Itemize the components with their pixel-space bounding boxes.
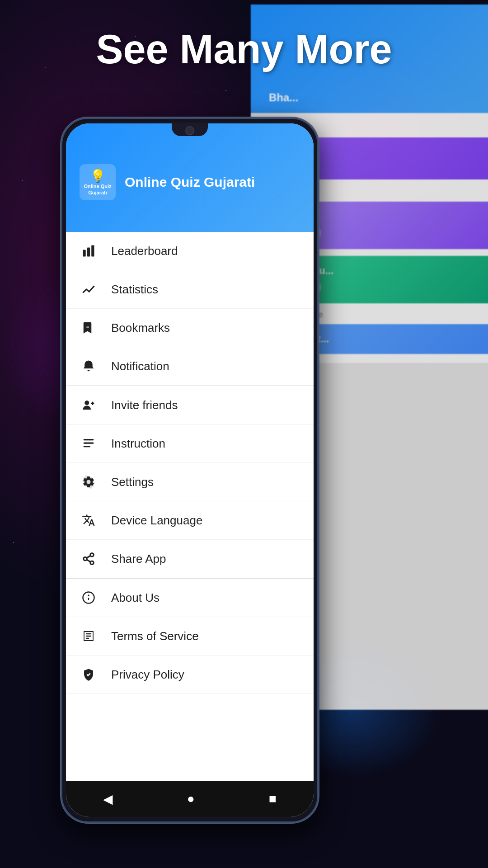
svg-rect-10 [84,446,90,447]
svg-rect-8 [84,439,94,440]
phone-screen: 💡 Online QuizGujarati Online Quiz Gujara… [66,123,314,817]
bookmarks-label: Bookmarks [111,321,170,335]
svg-rect-9 [84,443,94,444]
share-icon [80,550,98,568]
leaderboard-icon [80,242,98,260]
svg-point-5 [84,401,89,405]
recent-button[interactable]: ■ [269,792,277,806]
menu-item-invite[interactable]: Invite friends [66,386,314,425]
menu-item-statistics[interactable]: Statistics [66,270,314,309]
privacy-label: Privacy Policy [111,668,184,682]
svg-rect-21 [86,638,89,639]
settings-icon [80,473,98,491]
app-logo: 💡 Online QuizGujarati [80,164,116,200]
camera [185,126,194,135]
menu-item-instruction[interactable]: Instruction [66,425,314,463]
leaderboard-label: Leaderboard [111,244,178,258]
share-label: Share App [111,552,166,566]
app-title: Online Quiz Gujarati [125,174,255,190]
terms-label: Terms of Service [111,629,199,643]
nav-bar: ◀ ● ■ [66,781,314,817]
invite-icon [80,396,98,414]
svg-rect-3 [86,325,91,326]
statistics-label: Statistics [111,283,158,297]
svg-point-11 [90,553,94,557]
phone-frame: 💡 Online QuizGujarati Online Quiz Gujara… [61,118,319,823]
svg-rect-20 [86,636,92,637]
app-logo-text: Online QuizGujarati [84,184,111,195]
about-icon [80,589,98,607]
privacy-icon [80,665,98,684]
svg-line-15 [87,556,91,558]
back-button[interactable]: ◀ [103,792,113,807]
language-icon [80,511,98,529]
instruction-label: Instruction [111,437,165,451]
bookmarks-icon [80,319,98,337]
drawer-menu: Leaderboard Statistics [66,232,314,781]
svg-point-12 [84,557,87,561]
home-button[interactable]: ● [187,792,195,806]
terms-icon [80,627,98,645]
menu-item-terms[interactable]: Terms of Service [66,617,314,656]
menu-item-share[interactable]: Share App [66,540,314,578]
peek-header-text: Bha... [264,91,298,104]
settings-label: Settings [111,475,154,489]
svg-rect-19 [86,633,92,635]
svg-point-13 [90,561,94,565]
statistics-icon [80,280,98,298]
menu-item-leaderboard[interactable]: Leaderboard [66,232,314,270]
instruction-icon [80,434,98,453]
language-label: Device Language [111,514,202,528]
notification-icon [80,357,98,375]
notification-label: Notification [111,359,169,373]
menu-item-bookmarks[interactable]: Bookmarks [66,309,314,347]
svg-line-14 [87,560,91,562]
svg-rect-0 [83,250,86,257]
invite-label: Invite friends [111,398,178,412]
menu-item-language[interactable]: Device Language [66,501,314,540]
menu-item-about[interactable]: About Us [66,579,314,617]
page-title: See Many More [0,27,488,72]
menu-item-settings[interactable]: Settings [66,463,314,501]
app-header: 💡 Online QuizGujarati Online Quiz Gujara… [66,123,314,232]
menu-item-privacy[interactable]: Privacy Policy [66,656,314,694]
svg-rect-4 [86,327,89,328]
menu-item-notification[interactable]: Notification [66,347,314,386]
svg-rect-1 [87,248,90,257]
about-label: About Us [111,591,160,605]
svg-rect-2 [91,245,94,257]
